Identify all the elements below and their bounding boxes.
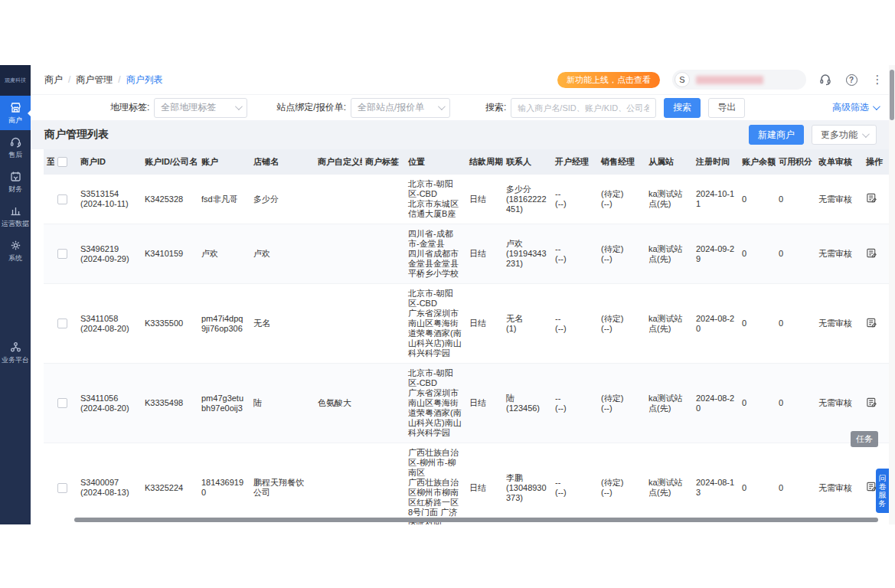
seq-cell xyxy=(44,443,54,525)
search-input[interactable] xyxy=(511,98,656,118)
more-menu-icon[interactable]: ⋮ xyxy=(871,73,884,87)
custom-code-cell xyxy=(315,224,362,284)
survey-service-tab[interactable]: 问卷服务 xyxy=(876,469,889,513)
contact-cell: 卢欢(19194343231) xyxy=(503,224,552,284)
station-cell: ka测试站点(先) xyxy=(645,175,693,224)
tag-cell xyxy=(362,364,405,443)
register-time-cell: 2024-08-13 xyxy=(693,443,739,525)
sidebar-item-4[interactable]: 运营数据 xyxy=(0,199,31,234)
site-filter-label: 站点绑定/报价单: xyxy=(276,101,346,114)
help-icon[interactable]: ? xyxy=(844,73,858,87)
user-account-pill[interactable]: S xyxy=(672,70,806,90)
table-header-row: 至商户ID账户ID/公司名账户店铺名商户自定义编码商户标签位置结款周期联系人开户… xyxy=(44,149,889,175)
station-cell: ka测试站点(先) xyxy=(645,224,693,284)
check-cell xyxy=(54,175,77,224)
station-cell: ka测试站点(先) xyxy=(645,443,693,525)
check-cell xyxy=(54,224,77,284)
register-time-cell: 2024-10-11 xyxy=(693,175,739,224)
audit-cell: 无需审核 xyxy=(815,224,863,284)
table-row: S3496219(2024-09-29)K3410159卢欢卢欢四川省-成都市-… xyxy=(44,224,889,284)
geo-filter-select[interactable]: 全部地理标签 xyxy=(154,98,247,118)
location-cell: 广西壮族自治区-柳州市-柳南区广西壮族自治区柳州市柳南区红桥路一区 8号门面 广… xyxy=(405,443,466,525)
breadcrumb-merchant[interactable]: 商户 xyxy=(44,74,63,87)
export-button[interactable]: 导出 xyxy=(708,98,745,118)
table-row: S3400097(2024-08-13)K33252241814369190鹏程… xyxy=(44,443,889,525)
site-filter-select[interactable]: 全部站点/报价单 xyxy=(351,98,450,118)
register-time-cell: 2024-08-20 xyxy=(693,364,739,443)
new-feature-banner[interactable]: 新功能上线，点击查看 xyxy=(557,72,660,88)
header-account: 账户 xyxy=(198,149,250,175)
scrollbar-thumb[interactable] xyxy=(890,70,894,120)
station-cell: ka测试站点(先) xyxy=(645,284,693,364)
custom-code-cell xyxy=(315,443,362,525)
row-checkbox[interactable] xyxy=(57,194,67,204)
gear-icon xyxy=(9,239,22,252)
advanced-filter-toggle[interactable]: 高级筛选 xyxy=(832,101,878,114)
tag-cell xyxy=(362,284,405,364)
new-merchant-button[interactable]: 新建商户 xyxy=(749,125,804,145)
sidebar-item-5[interactable]: 系统 xyxy=(0,234,31,268)
open-manager-cell: --(--) xyxy=(552,175,598,224)
search-label: 搜索: xyxy=(485,101,506,114)
vertical-scrollbar[interactable] xyxy=(889,65,895,524)
row-checkbox[interactable] xyxy=(57,318,67,328)
sidebar-item-3[interactable]: 财务 xyxy=(0,165,31,199)
sidebar-item-label: 商户 xyxy=(1,116,30,124)
cycle-cell: 日结 xyxy=(466,443,503,525)
cycle-cell: 日结 xyxy=(466,175,503,224)
merchant-table: 至商户ID账户ID/公司名账户店铺名商户自定义编码商户标签位置结款周期联系人开户… xyxy=(44,149,889,524)
sales-manager-cell: (待定)(--) xyxy=(598,443,645,525)
task-floating-badge[interactable]: 任务 xyxy=(851,431,878,447)
row-checkbox[interactable] xyxy=(57,483,67,493)
account-id-cell: K3325224 xyxy=(142,443,198,525)
check-cell xyxy=(54,364,77,443)
operation-edit-icon[interactable] xyxy=(866,196,877,205)
seq-cell xyxy=(44,284,54,364)
sidebar-item-label: 财务 xyxy=(1,185,30,193)
header-merchant: 商户ID xyxy=(77,149,142,175)
chevron-down-icon xyxy=(235,103,243,110)
header-custom-code: 商户自定义编码 xyxy=(315,149,362,175)
operation-cell xyxy=(863,224,889,284)
table-row: S3411056(2024-08-20)K3335498pm47g3etubh9… xyxy=(44,364,889,443)
search-button[interactable]: 搜索 xyxy=(664,98,701,118)
table-row: S3513154(2024-10-11)K3425328fsd非凡哥多少分北京市… xyxy=(44,175,889,224)
row-checkbox[interactable] xyxy=(57,398,67,408)
sidebar-item-label: 售后 xyxy=(1,151,30,158)
balance-cell: 0 xyxy=(739,175,776,224)
merchant-cell: S3411058(2024-08-20) xyxy=(77,284,142,364)
support-icon[interactable] xyxy=(818,73,832,87)
sales-manager-cell: (待定)(--) xyxy=(598,364,645,443)
open-manager-cell: --(--) xyxy=(552,284,598,364)
shop-cell: 鹏程天翔餐饮公司 xyxy=(250,443,315,525)
breadcrumb-merchant-mgmt[interactable]: 商户管理 xyxy=(76,74,113,87)
select-all-checkbox[interactable] xyxy=(57,157,67,167)
chevron-down-icon xyxy=(862,130,870,138)
sidebar-item-6[interactable]: 业务平台 xyxy=(0,335,31,370)
operation-edit-icon[interactable] xyxy=(866,251,877,260)
row-checkbox[interactable] xyxy=(57,249,67,259)
account-id-cell: K3335498 xyxy=(142,364,198,443)
operation-edit-icon[interactable] xyxy=(866,321,877,330)
sidebar-item-2[interactable]: 售后 xyxy=(0,130,31,165)
points-cell: 0 xyxy=(776,175,815,224)
horizontal-scrollbar[interactable] xyxy=(74,518,878,522)
chevron-down-icon xyxy=(873,103,880,110)
geo-filter-label: 地理标签: xyxy=(110,101,149,114)
audit-cell: 无需审核 xyxy=(815,443,863,525)
user-name-redacted xyxy=(696,76,763,84)
cycle-cell: 日结 xyxy=(466,364,503,443)
header-operation: 操作 xyxy=(863,149,889,175)
register-time-cell: 2024-09-29 xyxy=(693,224,739,284)
shop-cell: 多少分 xyxy=(250,175,315,224)
header-station: 从属站 xyxy=(645,149,693,175)
header-shop: 店铺名 xyxy=(250,149,315,175)
app-window: 观麦科技 商户售后财务运营数据系统业务平台 商户 / 商户管理 / 商户列表 新… xyxy=(0,65,895,524)
sidebar-item-1[interactable]: 商户 xyxy=(0,96,31,130)
tag-cell xyxy=(362,224,405,284)
header-contact: 联系人 xyxy=(503,149,552,175)
operation-edit-icon[interactable] xyxy=(866,400,877,410)
topbar: 商户 / 商户管理 / 商户列表 新功能上线，点击查看 S ? ⋮ xyxy=(31,65,895,94)
audit-cell: 无需审核 xyxy=(815,175,863,224)
more-functions-button[interactable]: 更多功能 xyxy=(812,125,877,145)
